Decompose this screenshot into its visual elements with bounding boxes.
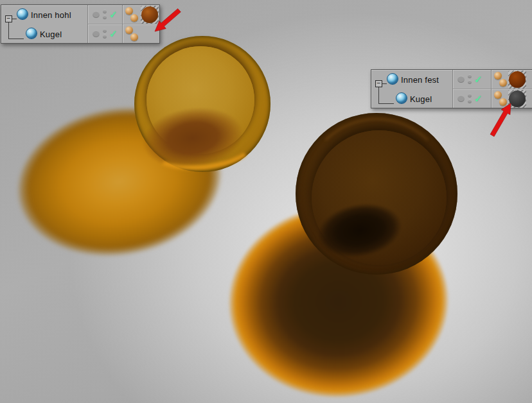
texture-tag-icon[interactable]	[125, 26, 133, 34]
solid-dark-sphere	[296, 113, 457, 275]
render-visibility-dot[interactable]	[103, 35, 107, 39]
tags-column	[491, 70, 532, 108]
object-name-kugel[interactable]: Kugel	[40, 30, 62, 39]
enabled-checkmark-icon[interactable]: ✓	[109, 29, 118, 39]
material-ball-icon	[141, 6, 158, 23]
editor-visibility-dot[interactable]	[468, 94, 472, 98]
object-name-innen-fest[interactable]: Innen fest	[401, 75, 439, 85]
render-visibility-dot[interactable]	[468, 99, 472, 103]
layer-dot[interactable]	[93, 11, 100, 18]
sphere-object-icon[interactable]	[17, 8, 28, 20]
texture-tag-icon[interactable]	[130, 33, 138, 41]
tags-column	[122, 5, 159, 43]
material-ball-icon	[509, 71, 526, 88]
editor-visibility-dot[interactable]	[468, 74, 472, 78]
sphere-object-icon[interactable]	[396, 92, 407, 104]
texture-tag-icon[interactable]	[499, 79, 507, 87]
texture-tag-icon[interactable]	[494, 91, 502, 99]
texture-tag-icon[interactable]	[130, 14, 138, 22]
enabled-checkmark-icon[interactable]: ✓	[109, 10, 118, 19]
object-name-innen-hohl[interactable]: Innen hohl	[31, 10, 71, 20]
tree-branch-line	[8, 22, 24, 39]
tree-connector-line	[382, 83, 387, 84]
object-name-column: − Innen hohl Kugel	[1, 5, 87, 43]
editor-visibility-dot[interactable]	[103, 10, 107, 13]
visibility-dots	[103, 29, 107, 39]
material-ball-icon	[509, 90, 526, 107]
material-tag-dark-gray[interactable]	[508, 90, 526, 108]
object-manager-panel-right: − Innen fest Kugel ✓	[371, 69, 532, 108]
sphere-object-icon[interactable]	[387, 73, 398, 85]
visibility-dots	[103, 10, 107, 19]
hollow-amber-sphere	[134, 36, 270, 172]
material-tag-amber-brown[interactable]	[141, 6, 159, 24]
visibility-column: ✓ ✓	[87, 5, 122, 43]
render-viewport: − Innen hohl Kugel ✓	[0, 0, 532, 403]
object-name-column: − Innen fest Kugel	[371, 70, 452, 108]
expand-collapse-icon[interactable]: −	[5, 15, 12, 22]
layer-dot[interactable]	[457, 95, 465, 102]
visibility-dots	[468, 94, 472, 103]
material-tag-red-brown[interactable]	[508, 71, 526, 89]
object-name-kugel[interactable]: Kugel	[410, 94, 432, 104]
render-visibility-dot[interactable]	[468, 80, 472, 84]
render-visibility-dot[interactable]	[103, 15, 107, 19]
object-manager-panel-left: − Innen hohl Kugel ✓	[1, 4, 160, 44]
layer-dot[interactable]	[457, 76, 465, 83]
texture-tag-icon[interactable]	[125, 7, 133, 15]
visibility-column: ✓ ✓	[452, 70, 491, 108]
sphere-object-icon[interactable]	[26, 28, 37, 39]
enabled-checkmark-icon[interactable]: ✓	[474, 74, 483, 84]
tree-branch-line	[378, 87, 394, 104]
enabled-checkmark-icon[interactable]: ✓	[474, 94, 483, 103]
layer-dot[interactable]	[93, 30, 100, 37]
expand-collapse-icon[interactable]: −	[375, 80, 382, 87]
tree-connector-line	[12, 19, 17, 19]
texture-tag-icon[interactable]	[494, 72, 502, 80]
editor-visibility-dot[interactable]	[103, 29, 107, 33]
texture-tag-icon[interactable]	[499, 98, 507, 106]
visibility-dots	[468, 74, 472, 84]
